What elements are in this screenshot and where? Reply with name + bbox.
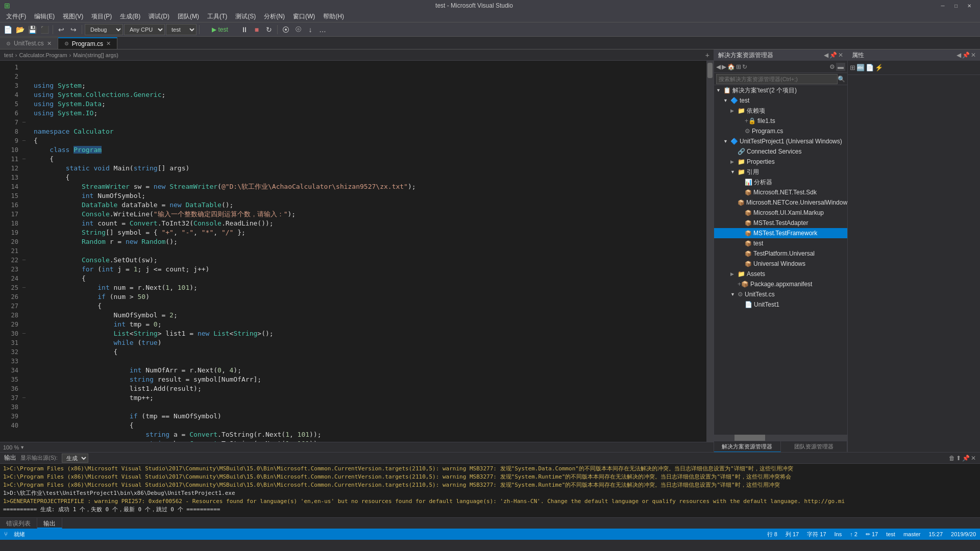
se-home-btn[interactable]: 🏠	[727, 63, 735, 70]
prop-alpha-btn[interactable]: 🔤	[856, 64, 865, 71]
tb-bp2[interactable]: ⦾	[292, 24, 304, 35]
tree-item-deps[interactable]: ▶ 📁 依赖项	[714, 106, 847, 116]
tab-program[interactable]: ⚙ Program.cs ✕	[58, 37, 117, 49]
menu-debug[interactable]: 调试(D)	[144, 11, 174, 22]
prop-categorized-btn[interactable]: ⊞	[850, 64, 855, 71]
tree-icon-appxmanifest: +📦	[738, 281, 749, 288]
code-editor[interactable]: 12345678910 11121314151617181920 2122232…	[0, 61, 714, 442]
se-pin-btn[interactable]: 📌	[829, 52, 837, 59]
menu-edit[interactable]: 编辑(E)	[30, 11, 59, 22]
tree-item-msnet[interactable]: 📦 Microsoft.NET.Test.Sdk	[714, 187, 847, 197]
tree-item-refs[interactable]: ▼ 📁 引用	[714, 167, 847, 177]
menu-help[interactable]: 帮助(H)	[319, 11, 348, 22]
tb-open[interactable]: 📂	[14, 24, 26, 35]
tb-stop[interactable]: ■	[251, 24, 262, 35]
menu-build[interactable]: 生成(B)	[116, 11, 144, 22]
breadcrumb-project[interactable]: test	[4, 52, 13, 58]
menu-view[interactable]: 视图(V)	[59, 11, 87, 22]
tb-bp1[interactable]: ⦿	[280, 24, 291, 35]
tree-item-test[interactable]: ▼ 🔷 test	[714, 95, 847, 106]
menu-file[interactable]: 文件(F)	[2, 11, 30, 22]
prop-events-btn[interactable]: ⚡	[875, 64, 883, 71]
prop-collapse-btn[interactable]: ◀	[957, 52, 961, 59]
tree-item-universal-windows[interactable]: 📦 Universal Windows	[714, 259, 847, 269]
prop-close-btn[interactable]: ✕	[971, 52, 976, 59]
tab-bar: ⚙ UnitTest.cs ✕ ⚙ Program.cs ✕	[0, 37, 980, 49]
menu-analyze[interactable]: 分析(N)	[260, 11, 289, 22]
menu-project[interactable]: 项目(P)	[87, 11, 116, 22]
menu-tools[interactable]: 工具(T)	[203, 11, 231, 22]
tb-step[interactable]: ↓	[305, 24, 316, 35]
prop-pin-btn[interactable]: 📌	[962, 52, 970, 59]
tree-icon-test: 🔷	[730, 97, 738, 104]
maximize-button[interactable]: □	[949, 2, 963, 10]
tb-undo[interactable]: ↩	[56, 24, 67, 35]
tree-item-xaml[interactable]: 📦 Microsoft.UI.Xaml.Markup	[714, 208, 847, 218]
se-collapse-btn[interactable]: ◀	[824, 52, 828, 59]
window-controls: ─ □ ✕	[936, 2, 976, 10]
tree-item-assets[interactable]: ▶ 📁 Assets	[714, 269, 847, 279]
run-button[interactable]: ▶ test	[202, 24, 238, 35]
menu-window[interactable]: 窗口(W)	[289, 11, 319, 22]
se-search-input[interactable]	[716, 74, 838, 84]
tb-pause[interactable]: ⏸	[239, 24, 250, 35]
output-close-btn[interactable]: ✕	[971, 455, 976, 462]
tb-more[interactable]: …	[317, 24, 328, 35]
tree-item-connected-services[interactable]: 🔗 Connected Services	[714, 146, 847, 157]
prop-pages-btn[interactable]: 📄	[866, 64, 874, 71]
config-dropdown[interactable]: Debug Release	[85, 24, 123, 35]
tree-item-mstestfw[interactable]: 📦 MSTest.TestFramework	[714, 228, 847, 238]
close-button[interactable]: ✕	[963, 2, 976, 10]
menu-test[interactable]: 测试(S)	[231, 11, 260, 22]
tb-save-all[interactable]: ⬛	[39, 24, 50, 35]
se-tab-solution[interactable]: 解决方案资源管理器	[714, 441, 781, 452]
se-filter-btn[interactable]: ⊞	[736, 63, 741, 70]
zoom-dropdown[interactable]: ▼	[20, 445, 24, 450]
tab-unittest[interactable]: ⚙ UnitTest.cs ✕	[0, 37, 58, 49]
tree-item-mstestadapter[interactable]: 📦 MSTest.TestAdapter	[714, 218, 847, 228]
tree-item-test-ref[interactable]: 📦 test	[714, 238, 847, 248]
se-collapse2-btn[interactable]: ▬	[836, 63, 845, 71]
tree-item-testplatform[interactable]: 📦 TestPlatform.Universal	[714, 248, 847, 259]
minimize-button[interactable]: ─	[936, 2, 949, 10]
tb-new[interactable]: 📄	[2, 24, 13, 35]
tree-item-netcore[interactable]: 📦 Microsoft.NETCore.UniversalWindowsPlat	[714, 197, 847, 208]
breadcrumb-method[interactable]: Main(string[] args)	[73, 52, 118, 58]
tb-save[interactable]: 💾	[27, 24, 38, 35]
zoom-level[interactable]: 100 %	[3, 444, 19, 450]
menu-team[interactable]: 团队(M)	[174, 11, 203, 22]
breadcrumb-add[interactable]: +	[705, 51, 709, 59]
platform-dropdown[interactable]: Any CPU	[124, 24, 165, 35]
se-search-btn[interactable]: 🔍	[838, 76, 845, 83]
tree-item-unittest-project[interactable]: ▼ 🔷 UnitTestProject1 (Universal Windows)	[714, 136, 847, 146]
se-close-btn[interactable]: ✕	[838, 52, 843, 59]
tree-item-solution[interactable]: ▼ 📋 解决方案'test'(2 个项目)	[714, 85, 847, 95]
output-source-dropdown[interactable]: 生成 调试	[62, 454, 88, 463]
output-pin-btn[interactable]: 📌	[962, 455, 970, 462]
tb-restart[interactable]: ↻	[263, 24, 275, 35]
se-nav-back[interactable]: ◀	[716, 63, 721, 70]
tree-item-programcs[interactable]: ⚙ Program.cs	[714, 126, 847, 136]
out-tab-output[interactable]: 输出	[37, 518, 62, 529]
breadcrumb-class[interactable]: Calculator.Program	[19, 52, 67, 58]
se-gear-btn[interactable]: ⚙	[829, 63, 835, 71]
se-refresh-btn[interactable]: ↻	[742, 63, 747, 70]
output-body[interactable]: 1>C:\Program Files (x86)\Microsoft Visua…	[0, 464, 980, 517]
project-dropdown[interactable]: test	[166, 24, 197, 35]
tree-item-unittestcs[interactable]: ▼ ⚙ UnitTest.cs	[714, 289, 847, 299]
output-toggle-btn[interactable]: ⬆	[956, 455, 961, 462]
tab-program-close[interactable]: ✕	[106, 40, 111, 47]
code-content[interactable]: using System; using System.Collections.G…	[30, 61, 706, 442]
tab-unittest-close[interactable]: ✕	[47, 40, 52, 47]
output-clear-btn[interactable]: 🗑	[949, 455, 955, 462]
editor-scrollbar-v[interactable]	[706, 61, 714, 442]
tree-item-appxmanifest[interactable]: +📦 Package.appxmanifest	[714, 279, 847, 289]
tree-item-analyzer[interactable]: 📊 分析器	[714, 177, 847, 187]
tb-redo[interactable]: ↪	[68, 24, 79, 35]
se-nav-forward[interactable]: ▶	[722, 63, 726, 70]
tree-item-unittest1[interactable]: 📄 UnitTest1	[714, 299, 847, 310]
tree-item-file1ts[interactable]: +🔒 file1.ts	[714, 116, 847, 126]
out-tab-errors[interactable]: 错误列表	[0, 518, 37, 529]
se-tab-team[interactable]: 团队资源管理器	[781, 441, 848, 452]
tree-item-properties[interactable]: ▶ 📁 Properties	[714, 157, 847, 167]
